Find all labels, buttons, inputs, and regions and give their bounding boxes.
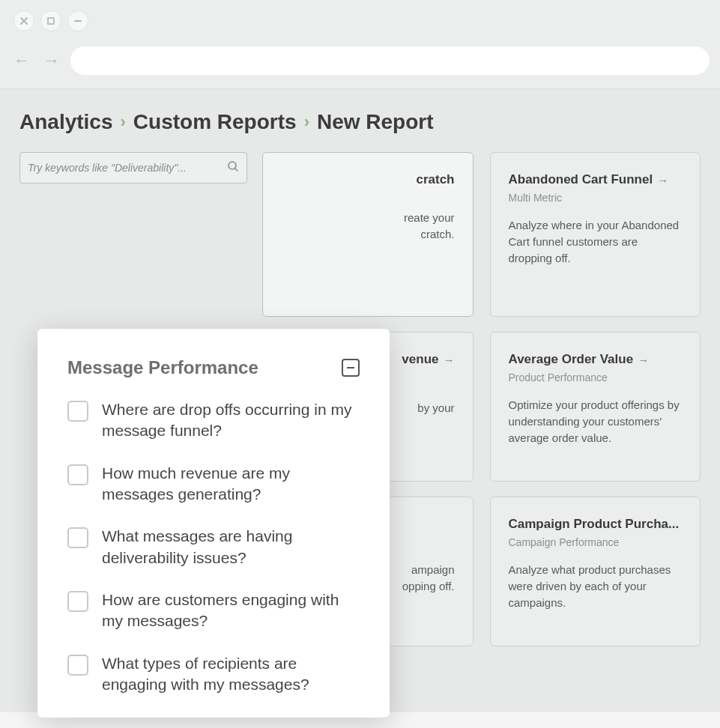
card-subtitle: Campaign Performance bbox=[509, 536, 683, 548]
chevron-right-icon: › bbox=[304, 112, 309, 132]
url-input[interactable] bbox=[70, 46, 710, 75]
titlebar bbox=[0, 0, 720, 40]
checkbox[interactable] bbox=[67, 655, 88, 676]
collapse-button[interactable] bbox=[342, 359, 360, 377]
search-icon bbox=[227, 160, 239, 175]
checkbox[interactable] bbox=[67, 527, 88, 548]
report-card-scratch[interactable]: cratch reate your cratch. bbox=[262, 152, 474, 317]
report-card-campaign-product[interactable]: Campaign Product Purcha... Campaign Perf… bbox=[490, 497, 701, 646]
search-box[interactable] bbox=[19, 152, 247, 183]
card-title: Campaign Product Purcha... bbox=[509, 517, 683, 532]
search-input[interactable] bbox=[28, 162, 227, 174]
page-content: Analytics › Custom Reports › New Report … bbox=[0, 89, 720, 712]
filter-dropdown: Message Performance Where are drop offs … bbox=[37, 329, 390, 718]
checkbox[interactable] bbox=[67, 401, 88, 422]
card-subtitle: Product Performance bbox=[509, 371, 683, 383]
restore-icon bbox=[46, 16, 55, 25]
card-title: Abandoned Cart Funnel → bbox=[509, 172, 683, 187]
filter-option[interactable]: How much revenue are my messages generat… bbox=[67, 463, 360, 506]
report-card-abandoned-cart[interactable]: Abandoned Cart Funnel → Multi Metric Ana… bbox=[490, 152, 701, 317]
nav-back-button[interactable]: ← bbox=[10, 49, 33, 72]
filter-option[interactable]: How are customers engaging with my messa… bbox=[67, 589, 360, 632]
chevron-right-icon: › bbox=[121, 112, 126, 132]
card-description: Optimize your product offerings by under… bbox=[509, 397, 683, 446]
minimize-icon bbox=[73, 16, 82, 25]
card-title: cratch bbox=[281, 172, 455, 187]
card-subtitle: Multi Metric bbox=[509, 192, 683, 204]
address-bar: ← → bbox=[0, 40, 720, 88]
arrow-right-icon: → bbox=[657, 174, 668, 186]
filter-label: Where are drop offs occurring in my mess… bbox=[102, 399, 360, 442]
checkbox[interactable] bbox=[67, 591, 88, 612]
report-card-aov[interactable]: Average Order Value → Product Performanc… bbox=[490, 332, 701, 482]
svg-rect-0 bbox=[48, 18, 54, 24]
browser-chrome: ← → bbox=[0, 0, 720, 89]
dropdown-title: Message Performance bbox=[67, 357, 258, 378]
window-minimize-button[interactable] bbox=[67, 10, 88, 31]
card-description: Analyze what product purchases were driv… bbox=[509, 562, 683, 610]
filter-option[interactable]: What types of recipients are engaging wi… bbox=[67, 653, 360, 696]
window-restore-button[interactable] bbox=[40, 10, 61, 31]
card-description: Analyze where in your Abandoned Cart fun… bbox=[509, 217, 683, 266]
filter-label: What messages are having deliverability … bbox=[102, 526, 360, 568]
nav-forward-button[interactable]: → bbox=[40, 49, 63, 72]
card-description: reate your cratch. bbox=[281, 210, 455, 243]
filter-option[interactable]: Where are drop offs occurring in my mess… bbox=[67, 399, 360, 442]
breadcrumb-item[interactable]: Analytics bbox=[19, 110, 113, 134]
arrow-right-icon: → bbox=[444, 354, 455, 366]
breadcrumb: Analytics › Custom Reports › New Report bbox=[19, 104, 701, 152]
window-close-button[interactable] bbox=[13, 10, 34, 31]
checkbox[interactable] bbox=[67, 464, 88, 485]
svg-line-3 bbox=[235, 169, 238, 171]
filter-label: What types of recipients are engaging wi… bbox=[102, 653, 360, 696]
card-title: Average Order Value → bbox=[509, 352, 683, 367]
arrow-right-icon: → bbox=[638, 354, 649, 366]
breadcrumb-item[interactable]: Custom Reports bbox=[133, 110, 297, 134]
filter-label: How much revenue are my messages generat… bbox=[102, 463, 360, 506]
filter-option[interactable]: What messages are having deliverability … bbox=[67, 526, 360, 568]
close-icon bbox=[19, 16, 28, 25]
filter-label: How are customers engaging with my messa… bbox=[102, 589, 360, 632]
breadcrumb-item: New Report bbox=[317, 110, 434, 134]
